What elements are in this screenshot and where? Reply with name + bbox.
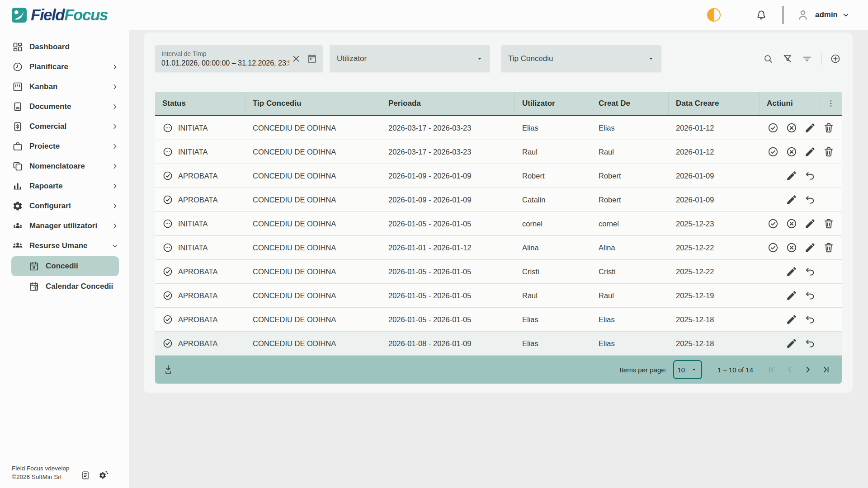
edit-action-icon[interactable]	[786, 290, 797, 301]
sidebar-item-documente[interactable]: Documente	[0, 97, 129, 117]
status-label: APROBATA	[178, 339, 217, 348]
table-row[interactable]: INITIATA CONCEDIU DE ODIHNA 2026-03-17 -…	[155, 116, 842, 140]
edit-action-icon[interactable]	[786, 338, 797, 349]
approve-action-icon[interactable]	[767, 218, 779, 230]
table-row[interactable]: INITIATA CONCEDIU DE ODIHNA 2026-03-17 -…	[155, 140, 842, 164]
column-header-tip-concediu[interactable]: Tip Concediu	[245, 92, 381, 115]
chevron-down-icon	[111, 242, 119, 250]
sidebar-item-manager-utilizatori[interactable]: Manager utilizatori	[0, 216, 129, 236]
last-page-icon[interactable]	[821, 365, 831, 375]
approve-action-icon[interactable]	[767, 122, 779, 134]
delete-action-icon[interactable]	[823, 242, 835, 253]
first-page-icon[interactable]	[767, 365, 777, 375]
reject-action-icon[interactable]	[786, 146, 797, 158]
sidebar-nav: DashboardPlanificareKanbanDocumenteComer…	[0, 30, 129, 296]
user-menu-chevron-down-icon[interactable]	[842, 11, 850, 19]
delete-action-icon[interactable]	[823, 218, 835, 230]
utilizator-select[interactable]: Utilizator	[330, 45, 490, 72]
table-row[interactable]: APROBATA CONCEDIU DE ODIHNA 2026-01-08 -…	[155, 332, 842, 356]
table-row[interactable]: INITIATA CONCEDIU DE ODIHNA 2026-01-05 -…	[155, 212, 842, 236]
notifications-bell-icon[interactable]	[755, 9, 767, 21]
reject-action-icon[interactable]	[786, 218, 797, 230]
sidebar-item-dashboard[interactable]: Dashboard	[0, 37, 129, 57]
download-icon[interactable]	[162, 364, 174, 375]
sidebar-subitem-calendar-concedii[interactable]: Calendar Concedii	[11, 277, 119, 296]
delete-action-icon[interactable]	[823, 146, 835, 158]
sidebar-item-kanban[interactable]: Kanban	[0, 77, 129, 97]
table-row[interactable]: APROBATA CONCEDIU DE ODIHNA 2026-01-05 -…	[155, 260, 842, 284]
chevron-right-icon	[111, 63, 119, 71]
calendar-x-icon	[28, 261, 39, 272]
pending-circle-icon	[162, 242, 173, 253]
revert-action-icon[interactable]	[804, 314, 816, 325]
revert-action-icon[interactable]	[804, 290, 816, 301]
username-label[interactable]: admin	[815, 10, 838, 19]
check-circle-icon	[162, 194, 173, 205]
user-avatar-icon[interactable]	[796, 8, 810, 22]
sidebar-subitem-concedii[interactable]: Concedii	[11, 256, 119, 276]
previous-page-icon[interactable]	[785, 365, 795, 375]
approve-action-icon[interactable]	[767, 242, 779, 253]
sidebar-item-planificare[interactable]: Planificare	[0, 57, 129, 77]
actions-cell	[760, 188, 842, 211]
sidebar-item-proiecte[interactable]: Proiecte	[0, 136, 129, 156]
edit-action-icon[interactable]	[786, 194, 797, 206]
sidebar-item-nomenclatoare[interactable]: Nomenclatoare	[0, 156, 129, 176]
reject-action-icon[interactable]	[786, 122, 797, 134]
edit-action-icon[interactable]	[786, 170, 797, 182]
interval-de-timp-field[interactable]: Interval de Timp 01.01.2026, 00:00:00 – …	[155, 45, 323, 72]
sidebar-item-label: Rapoarte	[29, 182, 104, 191]
revert-action-icon[interactable]	[804, 338, 816, 349]
next-page-icon[interactable]	[803, 365, 813, 375]
column-header-creat-de[interactable]: Creat De	[591, 92, 669, 115]
groups-icon	[12, 240, 23, 251]
pagination-bar: Items per page: 10 1 – 10 of 14	[155, 356, 842, 384]
filter-off-icon[interactable]	[782, 53, 793, 64]
revert-action-icon[interactable]	[804, 194, 816, 206]
table-header-menu-cell	[820, 92, 842, 115]
tip-concediu-cell: CONCEDIU DE ODIHNA	[245, 116, 381, 140]
reject-action-icon[interactable]	[786, 242, 797, 253]
status-label: APROBATA	[178, 291, 217, 300]
kebab-menu-icon[interactable]	[826, 99, 835, 108]
tip-concediu-select[interactable]: Tip Concediu	[501, 45, 661, 72]
table-row[interactable]: INITIATA CONCEDIU DE ODIHNA 2026-01-01 -…	[155, 236, 842, 260]
sidebar-item-configurari[interactable]: Configurari	[0, 196, 129, 216]
edit-action-icon[interactable]	[786, 266, 797, 277]
table-row[interactable]: APROBATA CONCEDIU DE ODIHNA 2026-01-09 -…	[155, 164, 842, 188]
items-per-page-select[interactable]: 10	[673, 360, 702, 379]
search-icon[interactable]	[763, 53, 774, 64]
edit-action-icon[interactable]	[804, 122, 816, 134]
revert-action-icon[interactable]	[804, 170, 816, 182]
table-row[interactable]: APROBATA CONCEDIU DE ODIHNA 2026-01-09 -…	[155, 188, 842, 212]
delete-action-icon[interactable]	[823, 122, 835, 134]
clear-interval-icon[interactable]	[291, 54, 301, 64]
release-notes-icon[interactable]	[80, 470, 90, 480]
table-row[interactable]: APROBATA CONCEDIU DE ODIHNA 2026-01-05 -…	[155, 308, 842, 332]
gear-sparkle-icon[interactable]	[99, 470, 108, 480]
revert-action-icon[interactable]	[804, 266, 816, 277]
sidebar-item-resurse-umane[interactable]: Resurse Umane	[0, 236, 129, 256]
app-logo[interactable]: FieldFocus	[0, 6, 108, 24]
edit-action-icon[interactable]	[804, 218, 816, 230]
column-header-status[interactable]: Status	[155, 92, 245, 115]
table-row[interactable]: APROBATA CONCEDIU DE ODIHNA 2026-01-05 -…	[155, 284, 842, 308]
actions-cell	[760, 164, 842, 188]
perioada-cell: 2026-01-08 - 2026-01-09	[381, 332, 515, 355]
filter-list-icon[interactable]	[802, 53, 812, 64]
add-circle-icon[interactable]	[830, 53, 841, 64]
edit-action-icon[interactable]	[804, 146, 816, 158]
sidebar-item-comercial[interactable]: Comercial	[0, 117, 129, 136]
perioada-cell: 2026-03-17 - 2026-03-23	[381, 116, 515, 140]
approve-action-icon[interactable]	[767, 146, 779, 158]
utilizator-cell: Elias	[515, 308, 591, 331]
column-header-perioada[interactable]: Perioada	[381, 92, 515, 115]
column-header-data-creare[interactable]: Data Creare	[669, 92, 760, 115]
calendar-picker-icon[interactable]	[307, 53, 317, 64]
edit-action-icon[interactable]	[804, 242, 816, 253]
sidebar-item-rapoarte[interactable]: Rapoarte	[0, 176, 129, 196]
theme-toggle-icon[interactable]	[707, 8, 721, 22]
column-header-actiuni[interactable]: Actiuni	[760, 92, 820, 115]
edit-action-icon[interactable]	[786, 314, 797, 325]
column-header-utilizator[interactable]: Utilizator	[515, 92, 591, 115]
